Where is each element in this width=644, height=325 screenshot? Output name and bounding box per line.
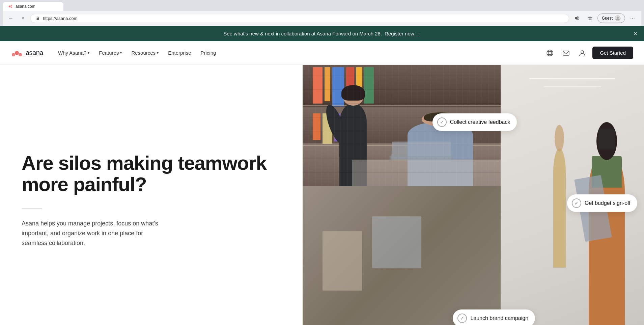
hero-section: Are silos making teamwork more painful? … <box>0 65 644 325</box>
nav-features-label: Features <box>99 50 119 56</box>
browser-right-actions: Guest ⋯ <box>572 13 638 24</box>
nav-why-asana[interactable]: Why Asana? ▾ <box>54 47 93 58</box>
lock-icon <box>35 16 40 21</box>
svg-point-15 <box>581 51 584 53</box>
close-button[interactable]: × <box>18 13 28 23</box>
card-collect-label: Collect creative feedback <box>450 119 510 125</box>
mail-icon <box>562 49 570 57</box>
back-button[interactable]: ← <box>6 13 16 23</box>
banner-text: See what's new & next in collaboration a… <box>223 31 382 36</box>
user-icon <box>579 49 586 57</box>
tab-favicon <box>8 4 13 9</box>
nav-features[interactable]: Features ▾ <box>95 47 126 58</box>
star-icon <box>587 16 593 21</box>
favorites-button[interactable] <box>585 13 595 24</box>
nav-enterprise-label: Enterprise <box>168 50 191 56</box>
svg-point-5 <box>617 17 619 19</box>
nav-pricing[interactable]: Pricing <box>197 47 220 58</box>
read-aloud-button[interactable] <box>572 13 583 24</box>
svg-point-8 <box>19 53 22 56</box>
more-icon: ⋯ <box>630 16 635 21</box>
address-bar[interactable]: https://asana.com <box>30 14 569 23</box>
close-icon: × <box>22 16 24 21</box>
mail-button[interactable] <box>560 47 572 59</box>
card-budget-label: Get budget sign-off <box>585 200 631 206</box>
floating-card-collect: ✓ Collect creative feedback <box>432 113 517 131</box>
svg-point-1 <box>10 5 12 6</box>
nav-links: Why Asana? ▾ Features ▾ Resources ▾ Ente… <box>54 47 544 58</box>
browser-chrome: asana.com ← × https://asana.com <box>0 0 644 26</box>
svg-rect-3 <box>37 18 39 20</box>
floating-card-launch: ✓ Launch brand campaign <box>453 309 535 325</box>
hero-headline: Are silos making teamwork more painful? <box>22 152 286 195</box>
svg-point-2 <box>10 6 12 8</box>
chevron-down-icon: ▾ <box>157 51 159 55</box>
check-icon-launch: ✓ <box>457 314 467 323</box>
svg-point-6 <box>15 51 19 55</box>
nav-right-actions: Get Started <box>544 47 633 59</box>
chevron-down-icon: ▾ <box>120 51 122 55</box>
chevron-down-icon: ▾ <box>88 51 89 55</box>
card-launch-label: Launch brand campaign <box>470 315 528 321</box>
user-button[interactable] <box>576 47 588 59</box>
nav-pricing-label: Pricing <box>201 50 216 56</box>
url-text: https://asana.com <box>43 16 78 21</box>
read-aloud-icon <box>575 16 580 21</box>
nav-enterprise[interactable]: Enterprise <box>164 47 195 58</box>
svg-point-0 <box>9 5 10 7</box>
globe-icon <box>546 49 554 57</box>
hero-right-visual: ✓ Collect creative feedback ✓ Get budget… <box>303 65 644 325</box>
browser-toolbar: ← × https://asana.com <box>3 11 641 26</box>
more-button[interactable]: ⋯ <box>627 13 638 24</box>
hero-left-content: Are silos making teamwork more painful? … <box>0 65 303 325</box>
globe-button[interactable] <box>544 47 556 59</box>
check-icon-collect: ✓ <box>437 117 447 127</box>
user-avatar-icon <box>615 15 621 21</box>
logo-text: asana <box>26 49 43 57</box>
floating-card-budget: ✓ Get budget sign-off <box>567 194 637 212</box>
tab-title: asana.com <box>16 4 35 9</box>
nav-resources[interactable]: Resources ▾ <box>127 47 163 58</box>
guest-button[interactable]: Guest <box>597 13 625 23</box>
hero-divider <box>22 209 42 209</box>
nav-resources-label: Resources <box>131 50 156 56</box>
main-navigation: asana Why Asana? ▾ Features ▾ Resources … <box>0 41 644 65</box>
office-scene-bottom-left <box>303 186 501 325</box>
logo-link[interactable]: asana <box>11 49 43 57</box>
check-icon-budget: ✓ <box>572 198 581 208</box>
browser-tab[interactable]: asana.com <box>3 2 63 11</box>
nav-why-asana-label: Why Asana? <box>58 50 86 56</box>
banner-cta[interactable]: Register now → <box>385 31 421 36</box>
hero-description: Asana helps you manage projects, focus o… <box>22 219 163 248</box>
asana-logo-icon <box>11 49 23 57</box>
guest-label: Guest <box>602 16 613 21</box>
announcement-banner: See what's new & next in collaboration a… <box>0 26 644 41</box>
get-started-button[interactable]: Get Started <box>592 47 633 59</box>
back-icon: ← <box>8 16 13 21</box>
close-banner-button[interactable]: × <box>634 30 637 37</box>
svg-point-7 <box>12 53 15 56</box>
